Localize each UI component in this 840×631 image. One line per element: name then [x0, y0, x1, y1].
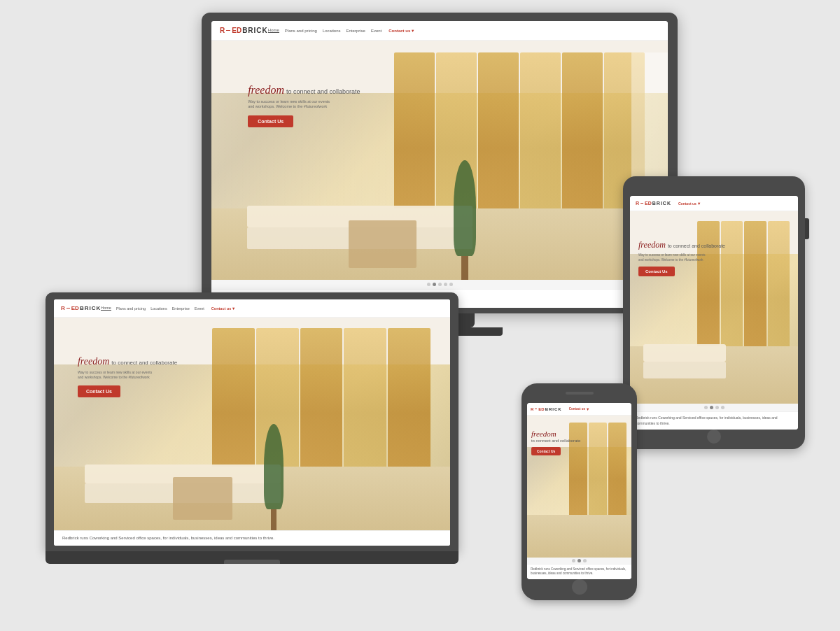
logo-r: R: [220, 27, 225, 34]
laptop-bottom-bar: [46, 551, 458, 564]
laptop-frame: R ED BRICK Home Plans and pricing Locati…: [46, 292, 458, 551]
monitor-nav-contact[interactable]: Contact us ▾: [388, 28, 414, 33]
laptop-logo-brick: BRICK: [80, 305, 101, 311]
tablet-side-btn: [805, 218, 809, 239]
laptop-headline: freedom to connect and collaborate: [78, 356, 177, 367]
monitor-screen: R ED BRICK Home Plans and pricing Locati…: [211, 21, 668, 308]
laptop-contact-arrow: ▾: [232, 306, 234, 311]
nav-enterprise[interactable]: Enterprise: [346, 29, 365, 33]
phone-nav-contact[interactable]: Contact us ▾: [569, 406, 589, 411]
tablet-carousel: [630, 404, 798, 411]
tablet-hero: freedom to connect and collaborate Way t…: [630, 211, 798, 404]
monitor-hero-content: freedom to connect and collaborate Way t…: [248, 84, 360, 127]
laptop-nav-contact[interactable]: Contact us ▾: [211, 306, 234, 311]
phone-device: R ED BRICK Contact us ▾: [522, 383, 637, 600]
laptop-plant: [264, 424, 284, 530]
tab-dot-4[interactable]: [721, 406, 724, 409]
laptop-nav-home[interactable]: Home: [101, 306, 111, 311]
plant-trunk: [461, 256, 468, 280]
laptop-nav-enterprise[interactable]: Enterprise: [172, 306, 190, 311]
tab-dot-2[interactable]: [710, 406, 713, 409]
monitor-headline: freedom to connect and collaborate: [248, 84, 360, 97]
laptop-office-scene: [54, 318, 450, 530]
tablet-logo-r: R: [636, 201, 639, 206]
contact-arrow: ▾: [412, 28, 414, 33]
monitor-subtitle: Way to success or learn new skills at ou…: [248, 99, 353, 110]
laptop-nav-event[interactable]: Event: [195, 306, 204, 311]
freedom-text: freedom: [248, 84, 284, 97]
ph-dot-1[interactable]: [572, 559, 575, 562]
nav-home[interactable]: Home: [268, 28, 279, 33]
tablet-cta-button[interactable]: Contact Us: [638, 267, 675, 276]
logo-ed: ED: [232, 27, 241, 34]
nav-locations[interactable]: Locations: [323, 29, 341, 33]
laptop-logo: R ED BRICK: [61, 305, 101, 311]
phone-screen: R ED BRICK Contact us ▾: [527, 403, 631, 579]
tablet-logo-dash: [640, 203, 643, 204]
phone-hero-content: freedom to connect and collaborate Conta…: [531, 430, 580, 455]
tablet-subtitle: Way to success or learn new skills at ou…: [638, 253, 708, 262]
desktop-monitor: R ED BRICK Home Plans and pricing Locati…: [202, 13, 678, 334]
monitor-carousel: [211, 280, 668, 289]
ph-dot-2[interactable]: [578, 559, 581, 562]
laptop-website: R ED BRICK Home Plans and pricing Locati…: [54, 299, 450, 546]
dot-4[interactable]: [444, 283, 447, 286]
tablet-tagline: to connect and collaborate: [668, 243, 725, 248]
plant: [454, 160, 477, 280]
laptop-plant-leaves: [264, 424, 284, 509]
phone-logo-dash: [535, 409, 537, 409]
tablet-website: R ED BRICK Contact us ▾: [630, 196, 798, 430]
laptop-logo-ed: ED: [71, 305, 79, 311]
dot-1[interactable]: [427, 283, 430, 286]
nav-plans[interactable]: Plans and pricing: [285, 29, 317, 33]
tablet-nav: R ED BRICK Contact us ▾: [630, 196, 798, 211]
coffee-table: [349, 220, 417, 268]
tablet-logo: R ED BRICK: [636, 201, 671, 206]
tablet-couch-seat: [643, 362, 727, 379]
phone-logo: R ED BRICK: [531, 407, 562, 411]
tablet-nav-contact[interactable]: Contact us ▾: [678, 201, 700, 206]
phone-tagline: to connect and collaborate: [531, 439, 580, 443]
ph-dot-3[interactable]: [583, 559, 587, 562]
nav-event[interactable]: Event: [371, 29, 382, 33]
monitor-frame: R ED BRICK Home Plans and pricing Locati…: [202, 13, 678, 313]
monitor-cta-button[interactable]: Contact Us: [248, 115, 293, 127]
tab-dot-3[interactable]: [715, 406, 719, 409]
laptop-tagline: to connect and collaborate: [111, 360, 177, 366]
phone-cta-button[interactable]: Contact Us: [531, 447, 561, 455]
laptop-cta-button[interactable]: Contact Us: [78, 385, 120, 397]
tablet-couch: [638, 327, 731, 385]
phone-floor: [527, 515, 631, 558]
laptop-nav-plans[interactable]: Plans and pricing: [116, 306, 146, 311]
tagline-text: to connect and collaborate: [286, 88, 360, 95]
phone-freedom-text: freedom: [531, 430, 556, 438]
logo-dash: [226, 30, 230, 31]
laptop-subtitle: Way to success or learn new skills at ou…: [78, 370, 177, 380]
phone-nav: R ED BRICK Contact us ▾: [527, 403, 631, 416]
laptop-logo-dash: [66, 308, 70, 309]
laptop-nav-locations[interactable]: Locations: [150, 306, 167, 311]
laptop-table: [173, 477, 232, 520]
tablet-freedom-text: freedom: [638, 240, 666, 250]
tab-dot-1[interactable]: [704, 406, 708, 409]
monitor-hero: freedom to connect and collaborate Way t…: [211, 41, 668, 280]
laptop-nav: R ED BRICK Home Plans and pricing Locati…: [54, 299, 450, 318]
laptop-device: R ED BRICK Home Plans and pricing Locati…: [46, 292, 458, 579]
phone-headline: freedom to connect and collaborate: [531, 430, 580, 443]
tablet-logo-brick: BRICK: [652, 201, 671, 206]
phone-logo-r: R: [531, 407, 533, 411]
tablet-home-btn[interactable]: [707, 430, 721, 444]
dot-2[interactable]: [433, 283, 436, 286]
tablet-device: R ED BRICK Contact us ▾: [623, 176, 805, 449]
dot-5[interactable]: [449, 283, 453, 286]
laptop-hero-content: freedom to connect and collaborate Way t…: [78, 356, 177, 397]
phone-website: R ED BRICK Contact us ▾: [527, 403, 631, 579]
laptop-nav-links: Home Plans and pricing Locations Enterpr…: [101, 306, 204, 311]
tablet-hero-content: freedom to connect and collaborate Way t…: [638, 240, 725, 276]
laptop-screen: R ED BRICK Home Plans and pricing Locati…: [54, 299, 450, 546]
laptop-hero: freedom to connect and collaborate Way t…: [54, 318, 450, 530]
dot-3[interactable]: [438, 283, 442, 286]
tablet-couch-back: [643, 344, 727, 362]
phone-home-btn[interactable]: [572, 579, 587, 595]
tablet-headline: freedom to connect and collaborate: [638, 240, 725, 250]
